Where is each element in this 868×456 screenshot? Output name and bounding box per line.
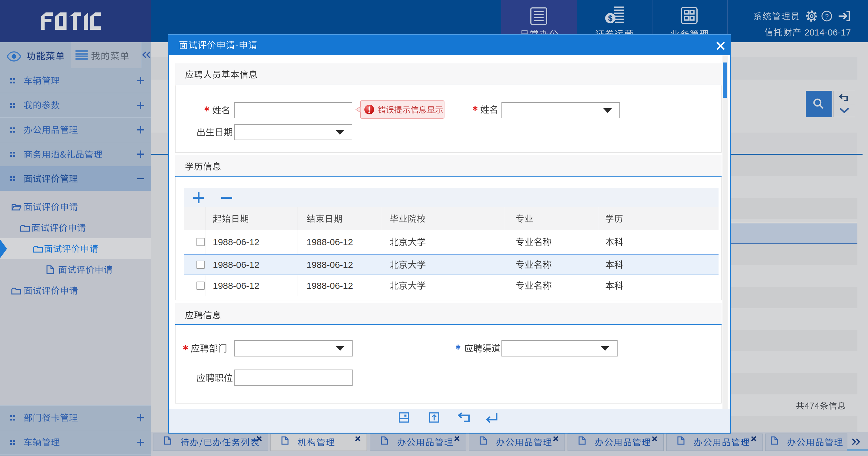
svg-text:$: $ [608, 13, 613, 23]
svg-text:?: ? [825, 12, 829, 20]
